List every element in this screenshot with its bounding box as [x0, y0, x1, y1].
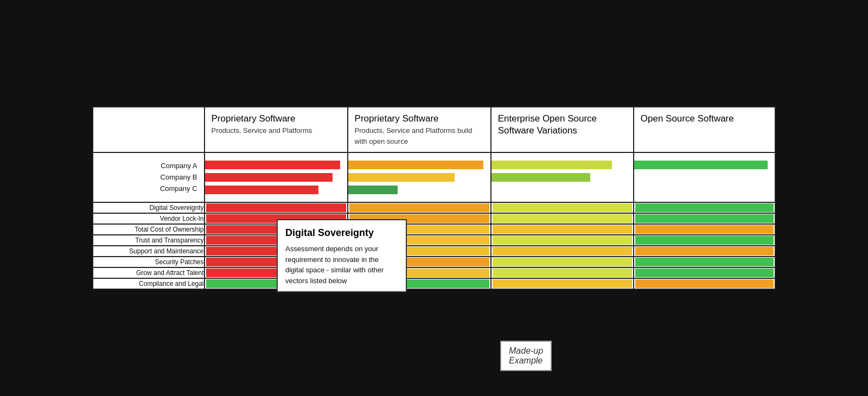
- enterprise-title: Enterprise Open Source Software Variatio…: [498, 113, 627, 137]
- company-a-oss-bar-row: [634, 160, 775, 170]
- company-b-prop-oss-bar-row: [348, 173, 490, 182]
- company-c-oss-bar-row: [634, 185, 775, 195]
- metric-label-digital-sovereignty: Digital Sovereignty: [93, 202, 205, 213]
- made-up-label: Made-up: [509, 346, 543, 356]
- company-a-label: Company A: [161, 162, 197, 170]
- metric-label-support: Support and Maintenance: [93, 246, 205, 257]
- company-b-enterprise-bar: [492, 173, 591, 182]
- header-proprietary: Proprietary Software Products, Service a…: [205, 107, 348, 152]
- company-b-prop-bar: [205, 173, 333, 182]
- header-enterprise: Enterprise Open Source Software Variatio…: [491, 107, 634, 152]
- metric-label-security: Security Patches: [93, 257, 205, 267]
- header-oss: Open Source Software: [634, 107, 775, 152]
- tooltip-body: Assessment depends on your requirement t…: [285, 244, 398, 286]
- metric-oss-bar-1: [634, 213, 775, 224]
- metric-row-4: Support and Maintenance: [93, 246, 775, 257]
- metric-oss-bar-3: [634, 235, 775, 246]
- company-a-prop-bar: [205, 161, 340, 169]
- company-b-prop-oss-bar: [348, 173, 455, 182]
- made-up-label2: Example: [509, 356, 542, 365]
- metric-oss-bar-2: [634, 224, 775, 235]
- prop-company-bars: [205, 152, 348, 202]
- metric-label-tco: Total Cost of Ownership: [93, 224, 205, 235]
- metric-enterprise-bar-5: [491, 257, 634, 267]
- tooltip-title: Digital Sovereignty: [285, 226, 398, 240]
- metric-row-2: Total Cost of Ownership: [93, 224, 775, 235]
- metric-enterprise-bar-1: [491, 213, 634, 224]
- metric-row-7: Compliance and Legal: [93, 278, 775, 289]
- company-c-label: Company C: [160, 184, 197, 193]
- metric-prop-bar-0: [205, 202, 348, 213]
- metric-enterprise-bar-4: [491, 246, 634, 257]
- company-b-oss-bar-row: [634, 173, 775, 182]
- metric-oss-bar-6: [634, 267, 775, 278]
- company-a-oss-bar: [634, 161, 768, 169]
- metric-row-6: Grow and Attract Talent: [93, 267, 775, 278]
- metric-row-3: Trust and Transparency: [93, 235, 775, 246]
- company-label-cell: Company A Company B Company C: [93, 152, 205, 202]
- metric-oss-bar-7: [634, 278, 775, 289]
- metric-enterprise-bar-6: [491, 267, 634, 278]
- header-row: Proprietary Software Products, Service a…: [93, 107, 775, 152]
- company-a-enterprise-bar-row: [492, 160, 633, 170]
- metric-row-5: Security Patches: [93, 257, 775, 267]
- metric-label-vendor-lockin: Vendor Lock-In: [93, 213, 205, 224]
- metric-enterprise-bar-3: [491, 235, 634, 246]
- metric-label-compliance: Compliance and Legal: [93, 278, 205, 289]
- company-a-prop-oss-bar: [348, 161, 483, 169]
- company-c-prop-bar-row: [205, 185, 347, 195]
- company-c-prop-bar: [205, 186, 319, 194]
- company-a-prop-oss-bar-row: [348, 160, 490, 170]
- company-b-label: Company B: [161, 173, 197, 181]
- prop-oss-company-bars: [348, 152, 491, 202]
- company-a-enterprise-bar: [492, 161, 612, 169]
- header-proprietary-oss: Proprietary Software Products, Service a…: [348, 107, 491, 152]
- metric-oss-bar-0: [634, 202, 775, 213]
- metric-enterprise-bar-0: [491, 202, 634, 213]
- proprietary-title: Proprietary Software: [212, 113, 341, 125]
- oss-company-bars: [634, 152, 775, 202]
- company-b-enterprise-bar-row: [492, 173, 633, 182]
- prop-oss-subtitle: Products, Service and Platforms build wi…: [355, 126, 473, 145]
- metric-oss-bar-5: [634, 257, 775, 267]
- metric-row-1: Vendor Lock-In: [93, 213, 775, 224]
- metric-row-0: Digital Sovereignty: [93, 202, 775, 213]
- proprietary-subtitle: Products, Service and Platforms: [212, 126, 312, 135]
- oss-title: Open Source Software: [641, 113, 768, 125]
- metric-oss-bar-4: [634, 246, 775, 257]
- company-a-prop-bar-row: [205, 160, 347, 170]
- metric-prop-oss-bar-0: [348, 202, 491, 213]
- metric-label-talent: Grow and Attract Talent: [93, 267, 205, 278]
- metric-enterprise-bar-2: [491, 224, 634, 235]
- company-c-enterprise-bar-row: [492, 185, 633, 195]
- main-table: Proprietary Software Products, Service a…: [92, 106, 776, 290]
- company-area-row: Company A Company B Company C: [93, 152, 775, 202]
- made-up-example-box: Made-up Example: [500, 341, 552, 371]
- enterprise-company-bars: [491, 152, 634, 202]
- header-label-cell: [93, 107, 205, 152]
- tooltip-box: Digital Sovereignty Assessment depends o…: [277, 219, 407, 292]
- company-labels: Company A Company B Company C: [98, 157, 200, 197]
- company-c-prop-oss-bar-row: [348, 185, 490, 195]
- metric-label-trust: Trust and Transparency: [93, 235, 205, 246]
- company-c-prop-oss-bar: [348, 186, 398, 194]
- metric-enterprise-bar-7: [491, 278, 634, 289]
- company-b-prop-bar-row: [205, 173, 347, 182]
- chart-container: Proprietary Software Products, Service a…: [92, 106, 776, 290]
- prop-oss-title: Proprietary Software: [355, 113, 484, 125]
